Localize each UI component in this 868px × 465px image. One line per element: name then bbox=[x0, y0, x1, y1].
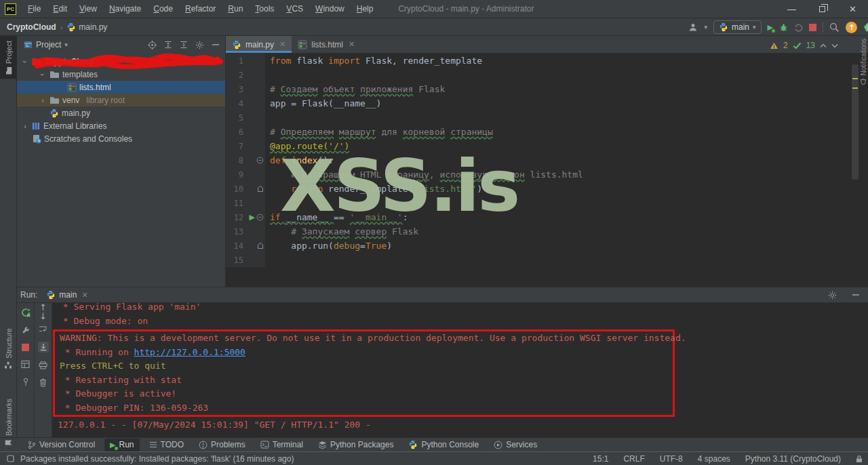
warning-stripe-mark[interactable] bbox=[852, 78, 858, 79]
layout-icon[interactable] bbox=[21, 360, 30, 369]
pin-icon[interactable] bbox=[22, 378, 30, 386]
menu-refactor[interactable]: Refactor bbox=[179, 0, 222, 18]
tree-item-venv[interactable]: ›venvlibrary root bbox=[17, 94, 225, 106]
toolwindow-problems[interactable]: Problems bbox=[193, 439, 251, 451]
chevron-expanded-icon[interactable]: › bbox=[21, 58, 29, 66]
encoding[interactable]: UTF-8 bbox=[660, 454, 683, 464]
locate-icon[interactable] bbox=[148, 41, 157, 49]
trash-icon[interactable] bbox=[39, 378, 47, 387]
code-line-12[interactable]: 12▶if __name__ == '__main__': bbox=[226, 210, 868, 224]
search-icon[interactable] bbox=[829, 22, 840, 33]
tool-stripe-project[interactable]: Project bbox=[0, 36, 17, 79]
console-link[interactable]: http://127.0.0.1:5000 bbox=[134, 347, 245, 357]
chevron-down-icon[interactable]: ▾ bbox=[64, 41, 68, 48]
indent-setting[interactable]: 4 spaces bbox=[698, 454, 730, 464]
toolwindow-run[interactable]: ▶Run bbox=[104, 439, 139, 451]
code-line-6[interactable]: 6# Определяем маршрут для корневой стран… bbox=[226, 125, 868, 139]
tool-stripe-structure[interactable]: Structure bbox=[0, 323, 17, 373]
settings-icon[interactable] bbox=[195, 41, 204, 49]
menu-view[interactable]: View bbox=[73, 0, 103, 18]
chevron-up-icon[interactable] bbox=[820, 43, 827, 48]
menu-window[interactable]: Window bbox=[309, 0, 351, 18]
tree-item-templates[interactable]: ›templates bbox=[17, 68, 225, 81]
code-line-4[interactable]: 4app = Flask(__name__) bbox=[226, 96, 868, 110]
chevron-collapsed-icon[interactable]: › bbox=[39, 96, 47, 104]
rerun-icon[interactable] bbox=[21, 308, 31, 317]
interpreter[interactable]: Python 3.11 (CryptoCloud) bbox=[745, 454, 841, 464]
fold-region-icon[interactable] bbox=[256, 157, 264, 164]
toolwindow-terminal[interactable]: Terminal bbox=[255, 439, 309, 451]
event-log-icon[interactable] bbox=[7, 455, 14, 462]
menu-edit[interactable]: Edit bbox=[47, 0, 73, 18]
printer-icon[interactable] bbox=[39, 361, 47, 369]
chevron-down-icon[interactable] bbox=[831, 43, 838, 48]
tree-item-main-py[interactable]: main.py bbox=[17, 106, 225, 119]
inspections-widget[interactable]: 2 13 bbox=[770, 41, 838, 50]
code-line-1[interactable]: 1from flask import Flask, render_templat… bbox=[226, 54, 868, 68]
hide-panel-icon[interactable] bbox=[852, 294, 860, 296]
toolwindow-version-control[interactable]: Version Control bbox=[22, 439, 100, 451]
fold-region-icon[interactable] bbox=[256, 214, 264, 221]
tool-stripe-notifications[interactable]: Notifications bbox=[859, 39, 868, 85]
chevron-down-icon[interactable]: ▾ bbox=[704, 24, 707, 31]
breadcrumb-file[interactable]: main.py bbox=[79, 22, 107, 32]
editor-tab-lists-html[interactable]: lists.html✕ bbox=[292, 36, 361, 53]
tree-item-external-libraries[interactable]: ›External Libraries bbox=[17, 119, 225, 132]
menu-navigate[interactable]: Navigate bbox=[103, 0, 147, 18]
menu-code[interactable]: Code bbox=[147, 0, 179, 18]
close-icon[interactable]: ✕ bbox=[279, 40, 285, 49]
run-config-selector[interactable]: main▾ bbox=[713, 20, 762, 34]
code-line-7[interactable]: 7@app.route('/') bbox=[226, 139, 868, 153]
toolwindow-todo[interactable]: TODO bbox=[144, 439, 189, 451]
project-panel-title[interactable]: Project bbox=[36, 40, 61, 49]
profiler-icon[interactable] bbox=[794, 23, 803, 32]
stop-icon[interactable] bbox=[809, 24, 816, 31]
run-icon[interactable]: ▶ bbox=[768, 24, 773, 31]
gutter-marker-icon[interactable] bbox=[257, 185, 264, 193]
wrench-icon[interactable] bbox=[21, 326, 30, 335]
scroll-end-icon[interactable] bbox=[38, 342, 49, 352]
collapse-all-icon[interactable] bbox=[180, 41, 188, 49]
code-line-5[interactable]: 5 bbox=[226, 110, 868, 125]
menu-vcs[interactable]: VCS bbox=[280, 0, 309, 18]
code-line-14[interactable]: 14 app.run(debug=True) bbox=[226, 239, 868, 253]
tree-item-scratches-and-consoles[interactable]: Scratches and Consoles bbox=[17, 132, 225, 145]
code-line-15[interactable]: 15 bbox=[226, 253, 868, 267]
menu-run[interactable]: Run bbox=[222, 0, 249, 18]
code-line-13[interactable]: 13 # Запускаем сервер Flask bbox=[226, 224, 868, 239]
update-icon[interactable] bbox=[846, 22, 857, 33]
code-line-10[interactable]: 10 return render_template('lists.html') bbox=[226, 182, 868, 196]
user-icon[interactable] bbox=[688, 22, 698, 32]
chevron-collapsed-icon[interactable]: › bbox=[21, 122, 29, 130]
run-tab-main[interactable]: main ✕ bbox=[43, 289, 90, 301]
hide-icon[interactable] bbox=[212, 43, 220, 46]
menu-file[interactable]: File bbox=[22, 0, 47, 18]
close-icon[interactable]: ✕ bbox=[81, 291, 87, 300]
close-button[interactable]: ✕ bbox=[837, 4, 868, 14]
tree-item-cryptocloud[interactable]: ›CryptoCloudCloud bbox=[17, 55, 225, 68]
maximize-button[interactable] bbox=[807, 4, 837, 14]
line-ending[interactable]: CRLF bbox=[623, 454, 644, 464]
code-line-8[interactable]: 8def index(): bbox=[226, 153, 868, 167]
tree-item-lists-html[interactable]: lists.html bbox=[17, 81, 225, 94]
scrollbar-stripe[interactable] bbox=[851, 55, 859, 283]
menu-help[interactable]: Help bbox=[351, 0, 380, 18]
stop-icon[interactable] bbox=[22, 344, 29, 351]
editor-tab-main-py[interactable]: main.py✕ bbox=[226, 36, 292, 53]
toolwindow-python-packages[interactable]: Python Packages bbox=[313, 439, 399, 451]
debug-icon[interactable] bbox=[779, 23, 788, 32]
expand-all-icon[interactable] bbox=[164, 41, 172, 49]
tool-stripe-bookmarks[interactable]: Bookmarks bbox=[0, 394, 17, 451]
code-area[interactable]: 1from flask import Flask, render_templat… bbox=[226, 54, 868, 267]
chevron-expanded-icon[interactable]: › bbox=[39, 70, 47, 79]
code-line-3[interactable]: 3# Создаем объект приложения Flask bbox=[226, 82, 868, 96]
toolwindow-services[interactable]: Services bbox=[488, 439, 542, 451]
gutter-marker-icon[interactable] bbox=[257, 242, 264, 249]
ai-icon[interactable] bbox=[863, 22, 868, 33]
scrollbar-thumb[interactable] bbox=[852, 64, 859, 180]
chevron-down-icon[interactable]: ▾ bbox=[753, 24, 756, 31]
code-line-11[interactable]: 11 bbox=[226, 196, 868, 210]
minimize-button[interactable]: — bbox=[776, 4, 807, 14]
run-console[interactable]: * Serving Flask app 'main' * Debug mode:… bbox=[52, 300, 868, 437]
caret-position[interactable]: 15:1 bbox=[593, 454, 608, 464]
